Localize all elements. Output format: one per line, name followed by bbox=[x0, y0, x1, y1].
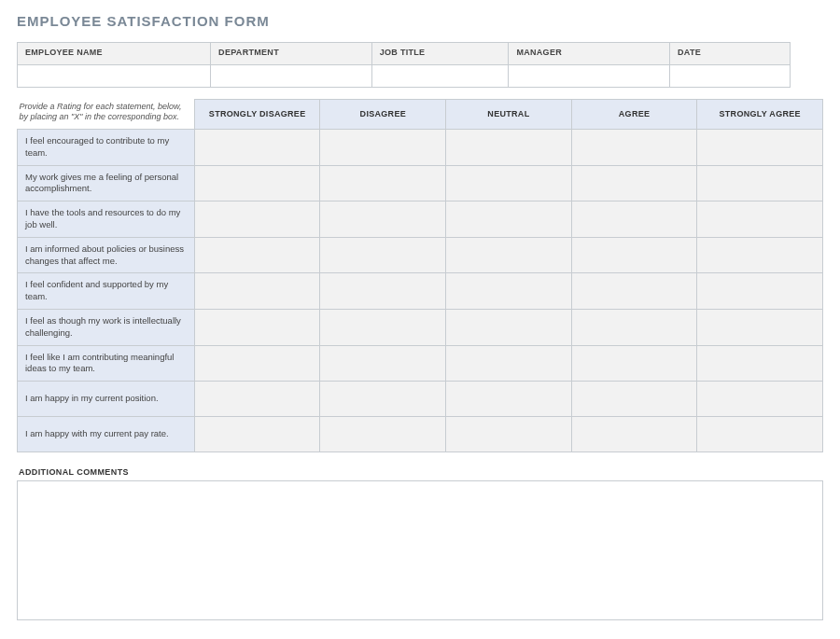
rating-cell[interactable] bbox=[697, 201, 823, 238]
department-field[interactable] bbox=[211, 65, 372, 88]
statement-cell: I feel like I am contributing meaningful… bbox=[18, 345, 195, 382]
rating-cell[interactable] bbox=[320, 382, 446, 417]
rating-cell[interactable] bbox=[571, 273, 697, 310]
rating-cell[interactable] bbox=[320, 129, 446, 165]
rating-cell[interactable] bbox=[320, 273, 446, 310]
rating-cell[interactable] bbox=[571, 382, 697, 417]
employee-info-table: EMPLOYEE NAME DEPARTMENT JOB TITLE MANAG… bbox=[17, 42, 823, 88]
rating-cell[interactable] bbox=[697, 417, 823, 452]
comments-label: ADDITIONAL COMMENTS bbox=[17, 467, 823, 477]
rating-cell[interactable] bbox=[697, 237, 823, 273]
info-header-date: DATE bbox=[670, 43, 791, 65]
info-header-title: JOB TITLE bbox=[371, 43, 509, 65]
statement-cell: I am informed about policies or business… bbox=[18, 237, 195, 273]
statement-cell: I feel as though my work is intellectual… bbox=[18, 310, 195, 346]
rating-table: Provide a Rating for each statement, bel… bbox=[17, 99, 823, 452]
manager-field[interactable] bbox=[509, 65, 670, 88]
rating-cell[interactable] bbox=[571, 165, 697, 201]
rating-cell[interactable] bbox=[194, 129, 320, 165]
rating-header-disagree: DISAGREE bbox=[320, 100, 446, 130]
statement-cell: I am happy with my current pay rate. bbox=[18, 417, 195, 452]
rating-cell[interactable] bbox=[697, 310, 823, 346]
rating-cell[interactable] bbox=[446, 237, 572, 273]
statement-cell: My work gives me a feeling of personal a… bbox=[18, 165, 195, 201]
rating-cell[interactable] bbox=[697, 382, 823, 417]
rating-cell[interactable] bbox=[571, 237, 697, 273]
rating-cell[interactable] bbox=[320, 237, 446, 273]
employee-info-section: EMPLOYEE NAME DEPARTMENT JOB TITLE MANAG… bbox=[17, 42, 823, 88]
rating-cell[interactable] bbox=[194, 417, 320, 452]
info-header-name: EMPLOYEE NAME bbox=[18, 43, 211, 65]
rating-cell[interactable] bbox=[320, 310, 446, 346]
rating-cell[interactable] bbox=[571, 310, 697, 346]
statement-cell: I have the tools and resources to do my … bbox=[18, 201, 195, 238]
rating-cell[interactable] bbox=[194, 165, 320, 201]
date-field[interactable] bbox=[670, 65, 791, 88]
rating-instructions: Provide a Rating for each statement, bel… bbox=[18, 100, 195, 130]
rating-cell[interactable] bbox=[194, 310, 320, 346]
rating-cell[interactable] bbox=[697, 129, 823, 165]
statement-cell: I feel encouraged to contribute to my te… bbox=[18, 129, 195, 165]
rating-cell[interactable] bbox=[194, 201, 320, 238]
rating-cell[interactable] bbox=[571, 345, 697, 382]
info-header-dept: DEPARTMENT bbox=[211, 43, 372, 65]
rating-cell[interactable] bbox=[697, 273, 823, 310]
rating-cell[interactable] bbox=[571, 201, 697, 238]
rating-cell[interactable] bbox=[697, 165, 823, 201]
rating-cell[interactable] bbox=[571, 129, 697, 165]
rating-header-strongly-agree: STRONGLY AGREE bbox=[697, 100, 823, 130]
info-gap bbox=[791, 43, 823, 65]
statement-cell: I feel confident and supported by my tea… bbox=[18, 273, 195, 310]
rating-cell[interactable] bbox=[446, 345, 572, 382]
statement-cell: I am happy in my current position. bbox=[18, 382, 195, 417]
rating-header-strongly-disagree: STRONGLY DISAGREE bbox=[194, 100, 320, 130]
rating-cell[interactable] bbox=[446, 273, 572, 310]
rating-cell[interactable] bbox=[194, 382, 320, 417]
rating-cell[interactable] bbox=[446, 201, 572, 238]
rating-cell[interactable] bbox=[194, 345, 320, 382]
rating-header-agree: AGREE bbox=[571, 100, 697, 130]
comments-input[interactable] bbox=[17, 480, 823, 620]
job-title-field[interactable] bbox=[371, 65, 509, 88]
info-header-mgr: MANAGER bbox=[509, 43, 670, 65]
form-title: EMPLOYEE SATISFACTION FORM bbox=[17, 13, 823, 29]
rating-cell[interactable] bbox=[446, 129, 572, 165]
rating-cell[interactable] bbox=[320, 417, 446, 452]
rating-cell[interactable] bbox=[446, 165, 572, 201]
rating-cell[interactable] bbox=[320, 345, 446, 382]
employee-name-field[interactable] bbox=[18, 65, 211, 88]
rating-cell[interactable] bbox=[697, 345, 823, 382]
rating-cell[interactable] bbox=[320, 165, 446, 201]
rating-cell[interactable] bbox=[446, 382, 572, 417]
rating-cell[interactable] bbox=[194, 237, 320, 273]
rating-cell[interactable] bbox=[571, 417, 697, 452]
rating-cell[interactable] bbox=[446, 310, 572, 346]
rating-cell[interactable] bbox=[320, 201, 446, 238]
rating-header-neutral: NEUTRAL bbox=[446, 100, 572, 130]
rating-cell[interactable] bbox=[446, 417, 572, 452]
rating-cell[interactable] bbox=[194, 273, 320, 310]
info-gap bbox=[791, 65, 823, 88]
